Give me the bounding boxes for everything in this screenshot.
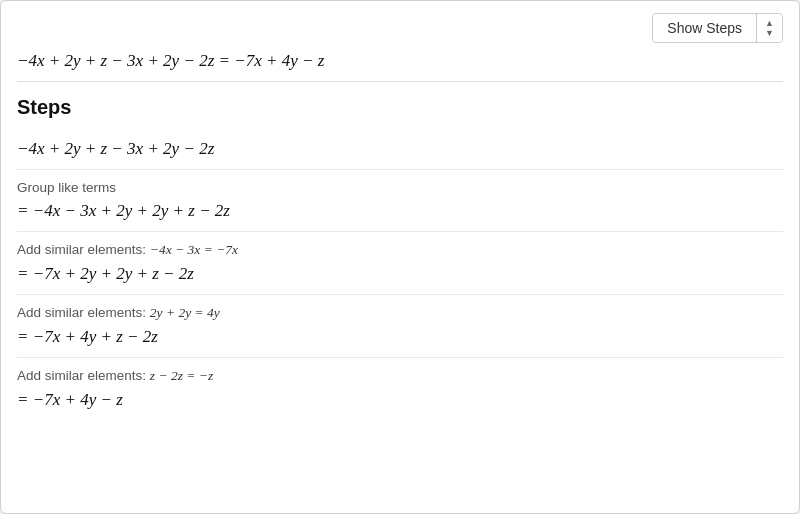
step-expr-0: −4x + 2y + z − 3x + 2y − 2z bbox=[17, 139, 783, 159]
step-block-1: Group like terms = −4x − 3x + 2y + 2y + … bbox=[17, 170, 783, 232]
arrow-up-icon: ▲ bbox=[765, 19, 774, 28]
step-block-0: −4x + 2y + z − 3x + 2y − 2z bbox=[17, 129, 783, 170]
main-container: Show Steps ▲ ▼ −4x + 2y + z − 3x + 2y − … bbox=[0, 0, 800, 514]
top-bar: Show Steps ▲ ▼ bbox=[17, 13, 783, 43]
step-expr-1: = −4x − 3x + 2y + 2y + z − 2z bbox=[17, 201, 783, 221]
step-expr-2: = −7x + 2y + 2y + z − 2z bbox=[17, 264, 783, 284]
step-block-2: Add similar elements: −4x − 3x = −7x = −… bbox=[17, 232, 783, 295]
step-expr-3: = −7x + 4y + z − 2z bbox=[17, 327, 783, 347]
step-description-2: Add similar elements: −4x − 3x = −7x bbox=[17, 242, 783, 258]
show-steps-button[interactable]: Show Steps ▲ ▼ bbox=[652, 13, 783, 43]
steps-heading: Steps bbox=[17, 96, 783, 119]
step-block-4: Add similar elements: z − 2z = −z = −7x … bbox=[17, 358, 783, 420]
step-block-3: Add similar elements: 2y + 2y = 4y = −7x… bbox=[17, 295, 783, 358]
main-expression: −4x + 2y + z − 3x + 2y − 2z = −7x + 4y −… bbox=[17, 51, 783, 82]
show-steps-arrows: ▲ ▼ bbox=[757, 15, 782, 42]
step-description-4: Add similar elements: z − 2z = −z bbox=[17, 368, 783, 384]
arrow-down-icon: ▼ bbox=[765, 29, 774, 38]
step-expr-4: = −7x + 4y − z bbox=[17, 390, 783, 410]
show-steps-label: Show Steps bbox=[653, 14, 757, 42]
step-description-1: Group like terms bbox=[17, 180, 783, 195]
step-description-3: Add similar elements: 2y + 2y = 4y bbox=[17, 305, 783, 321]
